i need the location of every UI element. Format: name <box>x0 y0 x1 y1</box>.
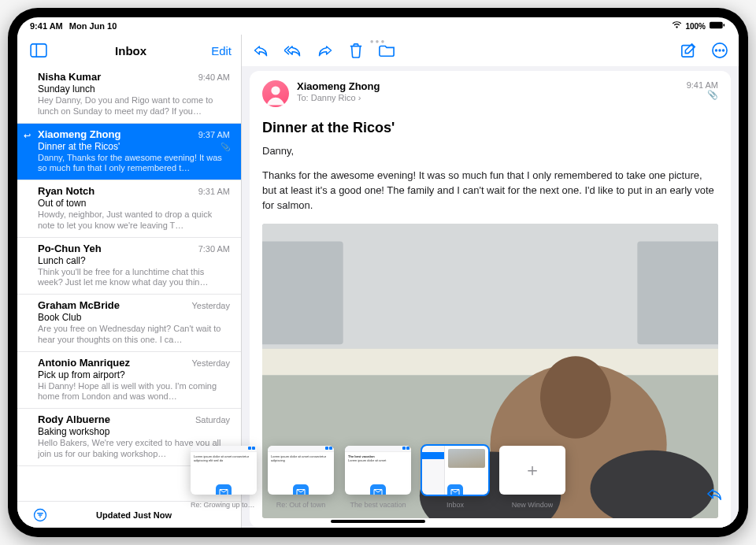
detail-time: 9:41 AM <box>687 80 718 90</box>
shelf-label: Re: Out of town <box>276 501 326 509</box>
svg-point-12 <box>723 50 724 51</box>
svg-rect-18 <box>262 349 718 376</box>
status-time: 9:41 AM <box>30 21 63 31</box>
multitask-dots-icon[interactable]: ●●● <box>370 38 387 45</box>
shelf-label: New Window <box>512 501 554 509</box>
svg-rect-1 <box>724 24 725 26</box>
svg-point-21 <box>540 357 611 439</box>
edit-button[interactable]: Edit <box>211 44 232 57</box>
svg-point-10 <box>716 50 717 51</box>
message-preview: Think you'll be free for a lunchtime cha… <box>38 267 230 289</box>
svg-rect-8 <box>682 46 694 57</box>
reply-all-button[interactable] <box>284 43 302 57</box>
message-subject: Out of town <box>38 198 230 209</box>
shelf-window[interactable]: The best vacationLorem ipsum dolor sit a… <box>345 446 411 509</box>
update-status: Updated Just Now <box>96 510 172 520</box>
message-subject: Baking workshop <box>38 426 230 437</box>
avatar[interactable] <box>262 80 289 107</box>
message-subject: Pick up from airport? <box>38 369 230 380</box>
svg-rect-17 <box>637 242 718 345</box>
trash-button[interactable] <box>349 43 363 58</box>
to-line[interactable]: To: Danny Rico › <box>297 93 679 102</box>
mail-app-icon <box>370 484 386 495</box>
message-sender: Ryan Notch <box>38 185 94 197</box>
mail-app-icon <box>293 484 309 495</box>
mail-app-icon <box>447 484 463 495</box>
wifi-icon <box>672 21 682 31</box>
message-time: 7:30 AM <box>198 244 230 254</box>
message-preview: Howdy, neighbor, Just wanted to drop a q… <box>38 209 230 232</box>
plus-icon: ＋ <box>499 446 565 495</box>
status-bar: 9:41 AM Mon Jun 10 100% <box>17 17 739 35</box>
mailboxes-button[interactable] <box>27 39 50 61</box>
svg-rect-16 <box>262 242 343 345</box>
detail-subject: Dinner at the Ricos' <box>262 120 718 136</box>
message-sender: Po-Chun Yeh <box>38 243 102 254</box>
shelf-window[interactable]: Lorem ipsum dolor sit amet consectetur a… <box>191 446 257 509</box>
message-time: 9:37 AM <box>198 130 230 139</box>
forward-button[interactable] <box>317 43 333 57</box>
message-sender: Antonio Manriquez <box>38 357 130 369</box>
shelf-label: Inbox <box>447 501 464 509</box>
from-name[interactable]: Xiaomeng Zhong <box>297 80 679 92</box>
ipad-frame: 9:41 AM Mon Jun 10 100% ●●● <box>8 8 748 537</box>
message-preview: Danny, Thanks for the awesome evening! I… <box>38 153 230 175</box>
reply-shortcut-button[interactable] <box>706 487 723 504</box>
filter-button[interactable] <box>28 504 52 526</box>
detail-body: Danny, Thanks for the awesome evening! I… <box>262 144 718 213</box>
svg-rect-2 <box>31 44 46 57</box>
detail-toolbar <box>242 35 739 66</box>
replied-icon: ↩ <box>24 131 31 141</box>
shelf-label: Re: Growing up too fast! <box>191 501 257 509</box>
reply-button[interactable] <box>253 43 269 57</box>
chevron-right-icon: › <box>358 93 361 102</box>
home-indicator[interactable] <box>331 520 425 523</box>
move-button[interactable] <box>379 43 395 57</box>
message-subject: Lunch call? <box>38 255 230 266</box>
attachment-icon: 📎 <box>707 90 718 100</box>
more-button[interactable] <box>712 43 728 58</box>
message-item[interactable]: Nisha Kumar9:40 AM Sunday lunch Hey Dann… <box>17 66 241 124</box>
attachment-icon: 📎 <box>220 143 230 151</box>
message-sender: Graham McBride <box>38 299 120 311</box>
shelf-window[interactable]: Lorem ipsum dolor sit amet consectetur a… <box>268 446 334 509</box>
message-sender: Nisha Kumar <box>38 71 101 83</box>
message-item[interactable]: Ryan Notch9:31 AM Out of town Howdy, nei… <box>17 180 241 238</box>
message-time: Saturday <box>195 415 230 425</box>
message-subject: Dinner at the Ricos' <box>38 141 230 152</box>
shelf-new-window[interactable]: ＋ New Window <box>499 446 565 509</box>
svg-point-13 <box>271 86 280 95</box>
compose-button[interactable] <box>680 43 696 58</box>
message-time: Yesterday <box>191 358 230 368</box>
status-date: Mon Jun 10 <box>69 21 117 31</box>
message-subject: Book Club <box>38 312 230 323</box>
sidebar-header: Inbox Edit <box>17 35 241 66</box>
message-time: 9:40 AM <box>198 72 230 82</box>
message-item[interactable]: Graham McBrideYesterday Book Club Are yo… <box>17 295 241 352</box>
message-subject: Sunday lunch <box>38 83 230 95</box>
svg-rect-0 <box>710 22 723 28</box>
battery-percent: 100% <box>685 22 706 31</box>
message-item-selected[interactable]: ↩ 📎 Xiaomeng Zhong9:37 AM Dinner at the … <box>17 124 241 181</box>
message-item[interactable]: Antonio ManriquezYesterday Pick up from … <box>17 352 241 410</box>
message-preview: Hey Danny, Do you and Rigo want to come … <box>38 95 230 117</box>
message-item[interactable]: Po-Chun Yeh7:30 AM Lunch call? Think you… <box>17 238 241 295</box>
screen: 9:41 AM Mon Jun 10 100% ●●● <box>17 17 739 528</box>
message-sender: Rody Albuerne <box>38 413 110 425</box>
app-shelf: Lorem ipsum dolor sit amet consectetur a… <box>191 446 565 509</box>
battery-icon <box>709 21 726 31</box>
message-time: Yesterday <box>191 301 230 310</box>
message-sender: Xiaomeng Zhong <box>38 128 120 140</box>
mail-app-icon <box>216 484 232 495</box>
shelf-window-current[interactable]: Inbox <box>422 446 488 509</box>
message-preview: Are you free on Wednesday night? Can't w… <box>38 324 230 346</box>
svg-point-11 <box>719 50 721 51</box>
sidebar-title: Inbox <box>115 44 146 57</box>
message-preview: Hi Danny! Hope all is well with you. I'm… <box>38 381 230 403</box>
message-time: 9:31 AM <box>198 187 230 196</box>
shelf-label: The best vacation <box>350 501 406 509</box>
message-list[interactable]: Nisha Kumar9:40 AM Sunday lunch Hey Dann… <box>17 66 241 501</box>
